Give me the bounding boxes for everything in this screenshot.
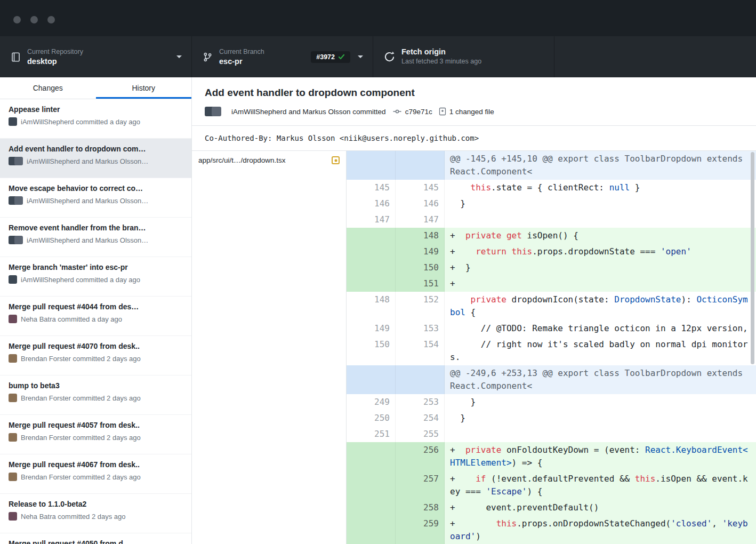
- diff-row-hunk-header: @@ -145,6 +145,10 @@ export class Toolba…: [347, 151, 756, 180]
- code-line: // @TODO: Remake triangle octicon in a 1…: [445, 321, 756, 337]
- git-branch-icon: [203, 52, 213, 62]
- avatar: [9, 473, 17, 481]
- code-line: }: [445, 410, 756, 426]
- diff-rows: @@ -145,6 +145,10 @@ export class Toolba…: [347, 151, 756, 544]
- commit-item-meta: Brendan Forster committed 2 days ago: [9, 473, 183, 481]
- history-commit-item[interactable]: Move escape behavior to correct co…iAmWi…: [0, 178, 191, 218]
- old-line-number: 251: [347, 426, 396, 442]
- file-list-item[interactable]: app/src/ui/t…/dropdown.tsx: [192, 151, 346, 170]
- history-commit-item[interactable]: Remove event handler from the bran…iAmWi…: [0, 218, 191, 257]
- history-commit-item[interactable]: Appease linteriAmWillShepherd committed …: [0, 99, 191, 139]
- new-line-number: 259: [396, 516, 445, 544]
- maximize-button[interactable]: [47, 16, 55, 23]
- diff-row-152: 148152 private dropdownIcon(state: Dropd…: [347, 292, 756, 321]
- avatar: [9, 394, 17, 402]
- old-line-number: 147: [347, 212, 396, 228]
- history-commit-item[interactable]: Add event handler to dropdown com…iAmWil…: [0, 139, 191, 178]
- diff-row-259: 259+ this.props.onDropdownStateChanged('…: [347, 516, 756, 544]
- commit-item-title: Merge branch 'master' into esc-pr: [9, 263, 183, 271]
- tab-changes[interactable]: Changes: [0, 77, 96, 99]
- modified-status-icon: [332, 156, 340, 164]
- new-line-number: 153: [396, 321, 445, 337]
- history-commit-list: Appease linteriAmWillShepherd committed …: [0, 99, 191, 544]
- avatar: [212, 107, 221, 116]
- code-line: }: [445, 196, 756, 212]
- commit-item-title: Release to 1.1.0-beta2: [9, 500, 183, 508]
- new-line-number: 148: [396, 228, 445, 244]
- new-line-number: 257: [396, 471, 445, 500]
- close-button[interactable]: [13, 16, 21, 23]
- repo-icon: [11, 52, 21, 62]
- sidebar-tabs: Changes History: [0, 77, 191, 99]
- pr-number: #3972: [316, 53, 335, 61]
- fetch-origin-button[interactable]: Fetch origin Last fetched 3 minutes ago: [373, 36, 554, 77]
- commit-item-meta: Brendan Forster committed 2 days ago: [9, 433, 183, 442]
- commit-authors: iAmWillShepherd and Markus Olsson commit…: [231, 108, 386, 116]
- history-commit-item[interactable]: bump to beta3Brendan Forster committed 2…: [0, 375, 191, 415]
- code-line: [445, 426, 756, 442]
- commit-item-meta: Brendan Forster committed 2 days ago: [9, 354, 183, 363]
- git-commit-icon: [392, 107, 402, 116]
- new-line-number: 258: [396, 500, 445, 516]
- main-area: Changes History Appease linteriAmWillShe…: [0, 77, 756, 544]
- sidebar: Changes History Appease linteriAmWillShe…: [0, 77, 192, 544]
- diff-row-147: 147147: [347, 212, 756, 228]
- repository-label: Current Repository: [27, 48, 83, 55]
- diff-row-154: 150154 // right now it's scaled badly on…: [347, 337, 756, 365]
- history-commit-item[interactable]: Merge pull request #4050 from d…: [0, 533, 191, 544]
- fetch-subtitle: Last fetched 3 minutes ago: [401, 58, 481, 65]
- changed-files-count: 1 changed file: [449, 108, 494, 116]
- code-line: + return this.props.dropdownState === 'o…: [445, 244, 756, 260]
- old-line-number: 249: [347, 394, 396, 410]
- commit-item-title: Add event handler to dropdown com…: [9, 145, 183, 153]
- diff-row-253: 249253 }: [347, 394, 756, 410]
- branch-name: esc-pr: [219, 57, 264, 66]
- commit-item-meta: iAmWillShepherd and Markus Olsson…: [9, 157, 183, 165]
- old-line-number: 250: [347, 410, 396, 426]
- code-line: + this.props.onDropdownStateChanged('clo…: [445, 516, 756, 544]
- tab-history[interactable]: History: [96, 77, 192, 99]
- history-commit-item[interactable]: Merge pull request #4067 from desk..Bren…: [0, 454, 191, 494]
- code-line: + private onFoldoutKeyDown = (event: Rea…: [445, 442, 756, 471]
- avatar: [9, 315, 17, 323]
- sync-icon: [384, 51, 395, 62]
- diff-panel: @@ -145,6 +145,10 @@ export class Toolba…: [347, 151, 756, 544]
- new-line-number: 152: [396, 292, 445, 321]
- diff-row-258: 258+ event.preventDefault(): [347, 500, 756, 516]
- history-commit-item[interactable]: Merge pull request #4070 from desk..Bren…: [0, 336, 191, 375]
- code-line: // right now it's scaled badly on normal…: [445, 337, 756, 365]
- minimize-button[interactable]: [30, 16, 38, 23]
- commit-item-meta: Neha Batra committed 2 days ago: [9, 512, 183, 521]
- new-line-number: 150: [396, 260, 445, 276]
- commit-item-title: Merge pull request #4067 from desk..: [9, 460, 183, 469]
- old-line-number: [347, 365, 396, 394]
- history-commit-item[interactable]: Merge branch 'master' into esc-priAmWill…: [0, 257, 191, 297]
- commit-item-title: Appease linter: [9, 105, 183, 114]
- branch-label: Current Branch: [219, 48, 264, 55]
- pr-status-badge: #3972: [311, 51, 350, 63]
- diff-row-151: 151+: [347, 276, 756, 292]
- code-line: }: [445, 394, 756, 410]
- chevron-down-icon: [176, 55, 182, 58]
- repository-switcher[interactable]: Current Repository desktop: [0, 36, 192, 77]
- history-commit-item[interactable]: Merge pull request #4057 from desk..Bren…: [0, 415, 191, 454]
- avatar: [9, 433, 17, 442]
- old-line-number: 149: [347, 321, 396, 337]
- repository-name: desktop: [27, 57, 83, 66]
- code-line: this.state = { clientRect: null }: [445, 180, 756, 196]
- new-line-number: [396, 151, 445, 180]
- diff-row-153: 149153 // @TODO: Remake triangle octicon…: [347, 321, 756, 337]
- diff-row-hunk-header: @@ -249,6 +253,13 @@ export class Toolba…: [347, 365, 756, 394]
- old-line-number: [347, 276, 396, 292]
- old-line-number: [347, 151, 396, 180]
- diff-row-255: 251255: [347, 426, 756, 442]
- commit-item-title: Merge pull request #4057 from desk..: [9, 421, 183, 429]
- code-line: @@ -145,6 +145,10 @@ export class Toolba…: [445, 151, 756, 180]
- diff-row-149: 149+ return this.props.dropdownState ===…: [347, 244, 756, 260]
- new-line-number: 146: [396, 196, 445, 212]
- branch-switcher[interactable]: Current Branch esc-pr #3972: [192, 36, 373, 77]
- history-commit-item[interactable]: Merge pull request #4044 from des…Neha B…: [0, 297, 191, 336]
- history-commit-item[interactable]: Release to 1.1.0-beta2Neha Batra committ…: [0, 494, 191, 533]
- avatar: [14, 196, 23, 205]
- diff-scrollbar[interactable]: [751, 152, 754, 364]
